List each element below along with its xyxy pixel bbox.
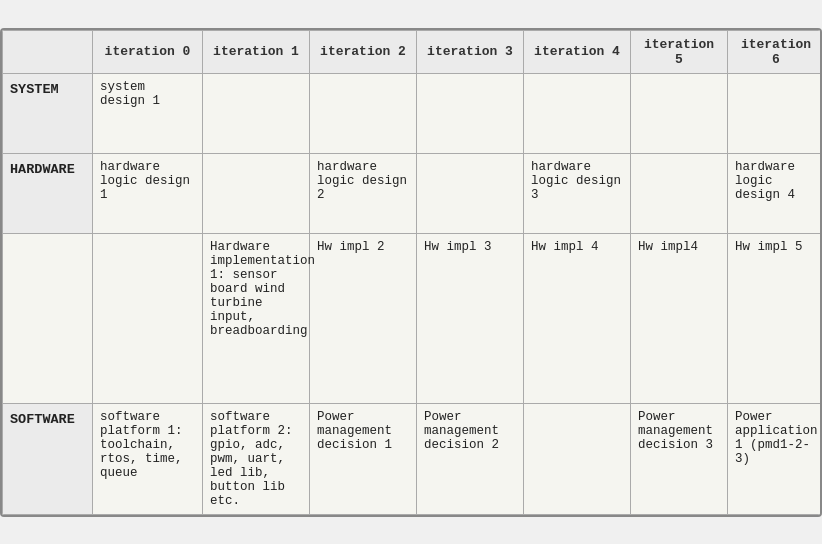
software-iter0: software platform 1: toolchain, rtos, ti… (93, 403, 203, 514)
hardware-iter4: hardware logic design 3 (524, 153, 631, 233)
header-iteration3: iteration 3 (417, 30, 524, 73)
system-iter2 (310, 73, 417, 153)
header-iteration2: iteration 2 (310, 30, 417, 73)
header-row: iteration 0 iteration 1 iteration 2 iter… (3, 30, 823, 73)
system-row: SYSTEM system design 1 (3, 73, 823, 153)
system-label: SYSTEM (3, 73, 93, 153)
system-iter0: system design 1 (93, 73, 203, 153)
hardware-label: HARDWARE (3, 153, 93, 233)
system-iter3 (417, 73, 524, 153)
software-iter5: Power management decision 3 (631, 403, 728, 514)
hardware-row: HARDWARE hardware logic design 1 hardwar… (3, 153, 823, 233)
header-iteration0: iteration 0 (93, 30, 203, 73)
impl-label (3, 233, 93, 403)
header-iteration4: iteration 4 (524, 30, 631, 73)
main-table-wrapper: iteration 0 iteration 1 iteration 2 iter… (0, 28, 822, 517)
impl-iter1: Hardware implementation 1: sensor board … (203, 233, 310, 403)
software-row: SOFTWARE software platform 1: toolchain,… (3, 403, 823, 514)
impl-row: Hardware implementation 1: sensor board … (3, 233, 823, 403)
software-iter1: software platform 2: gpio, adc, pwm, uar… (203, 403, 310, 514)
system-iter5 (631, 73, 728, 153)
system-iter4 (524, 73, 631, 153)
impl-iter5: Hw impl4 (631, 233, 728, 403)
hardware-iter3 (417, 153, 524, 233)
hardware-iter5 (631, 153, 728, 233)
software-label: SOFTWARE (3, 403, 93, 514)
software-iter3: Power management decision 2 (417, 403, 524, 514)
hardware-iter2: hardware logic design 2 (310, 153, 417, 233)
header-col0 (3, 30, 93, 73)
header-iteration1: iteration 1 (203, 30, 310, 73)
impl-iter4: Hw impl 4 (524, 233, 631, 403)
impl-iter2: Hw impl 2 (310, 233, 417, 403)
software-iter2: Power management decision 1 (310, 403, 417, 514)
software-iter6: Power application 1 (pmd1-2-3) (728, 403, 823, 514)
system-iter6 (728, 73, 823, 153)
system-iter1 (203, 73, 310, 153)
header-iteration6: iteration 6 (728, 30, 823, 73)
iteration-table: iteration 0 iteration 1 iteration 2 iter… (2, 30, 822, 515)
impl-iter6: Hw impl 5 (728, 233, 823, 403)
impl-iter0 (93, 233, 203, 403)
impl-iter3: Hw impl 3 (417, 233, 524, 403)
hardware-iter0: hardware logic design 1 (93, 153, 203, 233)
hardware-iter6: hardware logic design 4 (728, 153, 823, 233)
hardware-iter1 (203, 153, 310, 233)
software-iter4 (524, 403, 631, 514)
header-iteration5: iteration 5 (631, 30, 728, 73)
